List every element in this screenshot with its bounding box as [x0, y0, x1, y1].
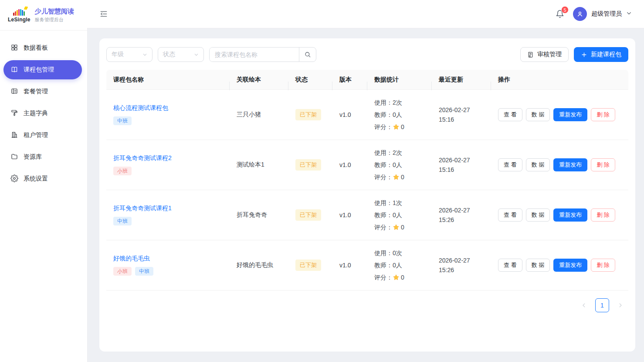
view-button[interactable]: 查 看 [498, 108, 522, 121]
usage-stat: 使用：2次 [374, 147, 425, 159]
version: v1.0 [332, 161, 367, 168]
delete-button[interactable]: 删 除 [591, 108, 615, 121]
teacher-stat: 教师：0人 [374, 159, 425, 171]
topbar-right: 5 超级管理员 [555, 7, 632, 21]
data-button[interactable]: 数 据 [526, 259, 550, 272]
logo-area: LeSingle 少儿智慧阅读 服务管理后台 [0, 0, 87, 31]
table-row: 好饿的毛毛虫 小班 中班 好饿的毛毛虫 已下架 v1.0 使用：0次 教师：0人 [106, 240, 628, 290]
audit-management-button[interactable]: 审核管理 [520, 47, 569, 62]
rating-stat: 评分：0 [374, 121, 425, 133]
status-badge: 已下架 [295, 209, 321, 221]
column-header: 数据统计 [367, 76, 432, 84]
grade-select[interactable]: 年级 [106, 47, 153, 62]
pagination-next-icon[interactable] [613, 298, 627, 312]
teacher-stat: 教师：0人 [374, 259, 425, 271]
delete-button[interactable]: 删 除 [591, 259, 615, 272]
status-badge: 已下架 [295, 159, 321, 171]
updated-at: 2026-02-2715:26 [439, 205, 484, 225]
grade-tag: 中班 [113, 116, 132, 125]
data-button[interactable]: 数 据 [526, 108, 550, 121]
dashboard-icon [10, 44, 18, 53]
chevron-down-icon [194, 52, 199, 57]
username: 超级管理员 [591, 10, 622, 18]
grade-tag: 小班 [113, 167, 132, 175]
sidebar-item-label: 套餐管理 [24, 88, 48, 96]
usage-stat: 使用：1次 [374, 197, 425, 209]
filters: 年级 状态 [106, 47, 316, 62]
sidebar-item-label: 资源库 [24, 153, 42, 161]
sidebar-item-label: 课程包管理 [24, 66, 54, 74]
table-row: 核心流程测试课程包 中班 三只小猪 已下架 v1.0 使用：2次 教师：0人 评… [106, 90, 628, 140]
version: v1.0 [332, 262, 367, 269]
status-select[interactable]: 状态 [158, 47, 204, 62]
column-header: 状态 [288, 76, 332, 84]
republish-button[interactable]: 重新发布 [553, 259, 587, 272]
notification-bell-icon[interactable]: 5 [555, 9, 565, 19]
app-title: 少儿智慧阅读 [35, 7, 74, 16]
view-button[interactable]: 查 看 [498, 259, 522, 272]
sidebar-item-theme-dictionary[interactable]: 主题字典 [3, 104, 82, 123]
package-name-link[interactable]: 折耳兔奇奇测试课程1 [113, 205, 172, 212]
teacher-stat: 教师：0人 [374, 109, 425, 121]
folder-icon [10, 153, 18, 162]
table-row: 折耳兔奇奇测试课程2 小班 测试绘本1 已下架 v1.0 使用：2次 教师：0人… [106, 140, 628, 190]
logo-spark [24, 6, 28, 10]
linked-book: 好饿的毛毛虫 [230, 261, 288, 269]
audit-button-label: 审核管理 [537, 51, 562, 58]
delete-button[interactable]: 删 除 [591, 208, 615, 222]
user-menu[interactable]: 超级管理员 [573, 7, 632, 21]
republish-button[interactable]: 重新发布 [553, 208, 587, 222]
building-icon [10, 131, 18, 140]
star-icon [393, 224, 400, 231]
plus-icon [581, 51, 587, 58]
pagination-page-1[interactable]: 1 [595, 298, 609, 312]
logo-text: 少儿智慧阅读 服务管理后台 [35, 7, 74, 23]
paint-roller-icon [10, 109, 18, 118]
package-name-link[interactable]: 好饿的毛毛虫 [113, 255, 150, 263]
version: v1.0 [332, 212, 367, 219]
view-button[interactable]: 查 看 [498, 208, 522, 222]
avatar [573, 7, 587, 21]
sidebar-item-settings[interactable]: 系统设置 [3, 169, 82, 188]
create-course-package-button[interactable]: 新建课程包 [574, 47, 628, 62]
sidebar-item-tenants[interactable]: 租户管理 [3, 126, 82, 145]
star-icon [393, 123, 400, 130]
create-button-label: 新建课程包 [591, 51, 621, 58]
main-area: 5 超级管理员 年级 [87, 0, 644, 362]
gear-icon [10, 174, 18, 184]
republish-button[interactable]: 重新发布 [553, 158, 587, 171]
republish-button[interactable]: 重新发布 [553, 108, 587, 121]
filter-toolbar: 年级 状态 [106, 47, 628, 62]
sidebar-item-plans[interactable]: 套餐管理 [3, 82, 82, 101]
usage-stat: 使用：0次 [374, 247, 425, 259]
sidebar-item-label: 数据看板 [24, 44, 48, 52]
status-select-placeholder: 状态 [163, 51, 175, 58]
column-header: 版本 [332, 76, 367, 84]
package-name-link[interactable]: 核心流程测试课程包 [113, 104, 168, 112]
search-input[interactable] [210, 48, 299, 61]
column-header: 关联绘本 [230, 76, 288, 84]
data-button[interactable]: 数 据 [526, 208, 550, 222]
data-button[interactable]: 数 据 [526, 158, 550, 171]
package-name-link[interactable]: 折耳兔奇奇测试课程2 [113, 154, 172, 162]
pagination-prev-icon[interactable] [577, 298, 591, 312]
table-row: 折耳兔奇奇测试课程1 中班 折耳兔奇奇 已下架 v1.0 使用：1次 教师：0人… [106, 190, 628, 240]
sidebar-item-course-packages[interactable]: 课程包管理 [3, 60, 82, 79]
grade-tag: 小班 [113, 267, 132, 276]
grade-tag: 中班 [135, 267, 153, 276]
open-book-icon [10, 65, 18, 75]
content: 年级 状态 [87, 28, 644, 362]
search-icon [304, 51, 311, 58]
sidebar-item-dashboard[interactable]: 数据看板 [3, 38, 82, 58]
toolbar-actions: 审核管理 新建课程包 [520, 47, 628, 62]
updated-at: 2026-02-2715:16 [439, 105, 484, 124]
view-button[interactable]: 查 看 [498, 158, 522, 171]
grade-select-placeholder: 年级 [112, 51, 124, 58]
sidebar-item-resources[interactable]: 资源库 [3, 147, 82, 167]
linked-book: 测试绘本1 [230, 161, 288, 169]
delete-button[interactable]: 删 除 [591, 158, 615, 171]
search-button[interactable] [299, 48, 316, 61]
menu-fold-icon[interactable] [98, 8, 110, 20]
rating-stat: 评分：0 [374, 271, 425, 283]
teacher-stat: 教师：0人 [374, 209, 425, 221]
